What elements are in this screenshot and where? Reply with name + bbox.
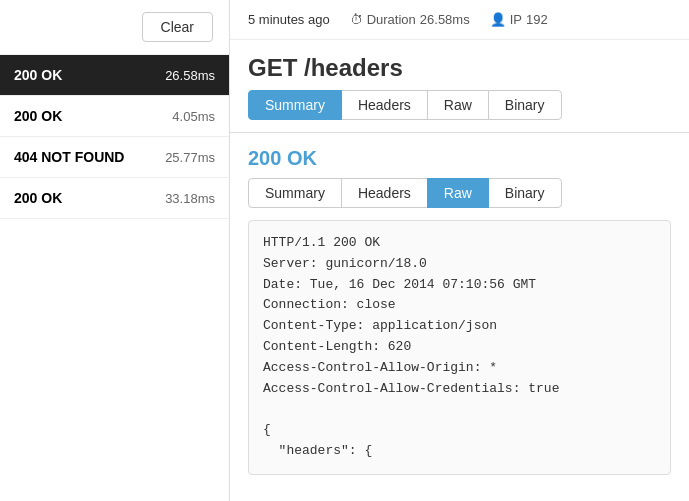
response-status: 200 OK <box>230 133 689 178</box>
clock-icon <box>350 12 363 27</box>
request-item[interactable]: 200 OK 4.05ms <box>0 96 229 137</box>
ip-info: IP 192 <box>490 12 548 27</box>
request-item[interactable]: 200 OK 33.18ms <box>0 178 229 219</box>
request-duration: 33.18ms <box>165 191 215 206</box>
ip-label: IP <box>510 12 522 27</box>
sub-tab-summary[interactable]: Summary <box>248 178 342 208</box>
duration-value: 26.58ms <box>420 12 470 27</box>
right-panel: 5 minutes ago Duration 26.58ms IP 192 GE… <box>230 0 689 501</box>
request-item[interactable]: 404 NOT FOUND 25.77ms <box>0 137 229 178</box>
request-duration: 4.05ms <box>172 109 215 124</box>
sub-tab-binary[interactable]: Binary <box>488 178 562 208</box>
request-duration: 25.77ms <box>165 150 215 165</box>
request-status: 200 OK <box>14 67 62 83</box>
user-icon <box>490 12 506 27</box>
request-status: 200 OK <box>14 190 62 206</box>
duration-label: Duration <box>367 12 416 27</box>
tab-headers[interactable]: Headers <box>341 90 428 120</box>
page-title: GET /headers <box>230 40 689 90</box>
tab-raw[interactable]: Raw <box>427 90 489 120</box>
request-list: 200 OK 26.58ms 200 OK 4.05ms 404 NOT FOU… <box>0 55 229 501</box>
main-tabs: Summary Headers Raw Binary <box>230 90 689 133</box>
clear-btn-row: Clear <box>0 0 229 55</box>
sub-tabs: Summary Headers Raw Binary <box>230 178 689 220</box>
request-duration: 26.58ms <box>165 68 215 83</box>
tab-binary[interactable]: Binary <box>488 90 562 120</box>
left-panel: Clear 200 OK 26.58ms 200 OK 4.05ms 404 N… <box>0 0 230 501</box>
sub-tab-raw[interactable]: Raw <box>427 178 489 208</box>
raw-content: HTTP/1.1 200 OK Server: gunicorn/18.0 Da… <box>248 220 671 475</box>
clear-button[interactable]: Clear <box>142 12 213 42</box>
request-item[interactable]: 200 OK 26.58ms <box>0 55 229 96</box>
request-status: 404 NOT FOUND <box>14 149 124 165</box>
request-status: 200 OK <box>14 108 62 124</box>
time-ago: 5 minutes ago <box>248 12 330 27</box>
top-bar: 5 minutes ago Duration 26.58ms IP 192 <box>230 0 689 40</box>
sub-tab-headers[interactable]: Headers <box>341 178 428 208</box>
tab-summary[interactable]: Summary <box>248 90 342 120</box>
ip-value: 192 <box>526 12 548 27</box>
duration-info: Duration 26.58ms <box>350 12 470 27</box>
